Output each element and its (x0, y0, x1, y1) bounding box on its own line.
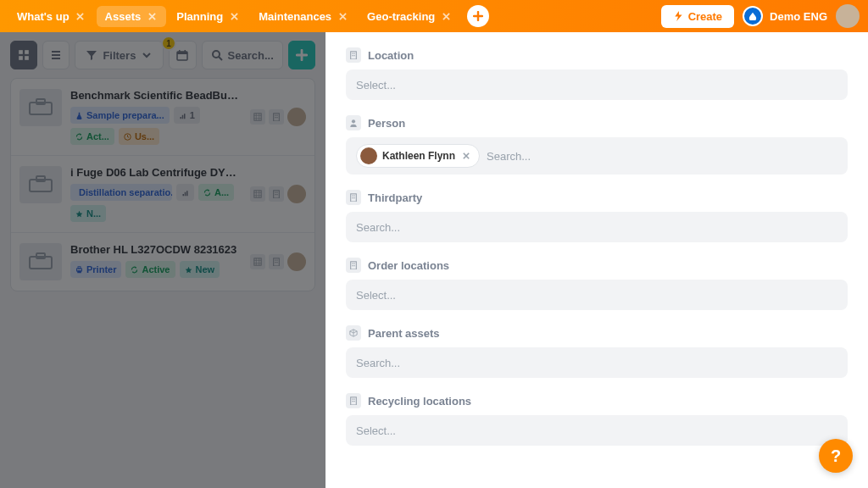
pill-label: Kathleen Flynn (382, 150, 455, 162)
field-label: Person (346, 115, 848, 130)
tab-label: What's up (17, 10, 70, 23)
field-label: Location (346, 47, 848, 63)
building-icon (346, 393, 361, 408)
close-icon[interactable] (75, 10, 86, 22)
field-text-input[interactable] (356, 79, 837, 92)
create-label: Create (688, 10, 722, 23)
tab-planning[interactable]: Planning (168, 6, 248, 27)
workspace-badge-icon (743, 6, 763, 26)
field-label: Thirdparty (346, 190, 848, 205)
asset-list-pane: Filters 1 Search... Benchmark Scientific… (0, 32, 326, 488)
tab-label: Geo-tracking (367, 10, 435, 23)
tab-maintenances[interactable]: Maintenances (250, 6, 357, 27)
field-person: PersonKathleen Flynn (346, 115, 848, 175)
field-input[interactable] (346, 69, 848, 100)
close-icon[interactable] (337, 10, 348, 22)
person-pill[interactable]: Kathleen Flynn (356, 144, 480, 168)
field-text-input[interactable] (356, 221, 837, 234)
create-button[interactable]: Create (661, 5, 734, 28)
field-text-input[interactable] (356, 289, 837, 302)
modal-backdrop[interactable] (0, 32, 326, 488)
field-text-input[interactable] (356, 424, 837, 437)
user-icon (346, 115, 361, 130)
tab-label: Assets (105, 10, 142, 23)
tab-geo-tracking[interactable]: Geo-tracking (359, 6, 460, 27)
building-icon (346, 190, 361, 205)
app-header: What's upAssetsPlanningMaintenancesGeo-t… (0, 0, 868, 32)
tabs: What's upAssetsPlanningMaintenancesGeo-t… (8, 6, 460, 27)
tab-label: Planning (176, 10, 223, 23)
workspace-label: Demo ENG (770, 10, 827, 23)
bolt-icon (673, 11, 683, 21)
field-input[interactable] (346, 415, 848, 446)
field-parent_assets: Parent assets (346, 325, 848, 378)
field-label: Parent assets (346, 325, 848, 341)
building-icon (346, 258, 361, 273)
field-location: Location (346, 47, 848, 100)
close-icon[interactable] (146, 10, 158, 22)
field-text-input[interactable] (356, 357, 837, 369)
field-label: Order locations (346, 258, 848, 273)
field-input[interactable] (346, 212, 848, 242)
help-fab[interactable]: ? (819, 439, 853, 473)
tab-assets[interactable]: Assets (97, 6, 167, 27)
pill-avatar (360, 147, 377, 164)
field-order_locations: Order locations (346, 258, 848, 310)
field-label: Recycling locations (346, 393, 848, 408)
field-text-input[interactable] (487, 150, 837, 163)
field-thirdparty: Thirdparty (346, 190, 848, 242)
tab-add-button[interactable] (467, 5, 489, 27)
close-icon[interactable] (440, 10, 452, 22)
building-icon (346, 47, 361, 63)
field-input[interactable] (346, 280, 848, 310)
field-input[interactable]: Kathleen Flynn (346, 137, 848, 175)
workspace-switcher[interactable]: Demo ENG (743, 6, 827, 26)
tab-label: Maintenances (259, 10, 331, 23)
field-input[interactable] (346, 347, 848, 378)
tab-what-s-up[interactable]: What's up (8, 6, 95, 27)
remove-icon[interactable] (460, 150, 472, 162)
user-avatar[interactable] (836, 4, 860, 28)
filter-panel: LocationPersonKathleen FlynnThirdpartyOr… (326, 32, 868, 488)
close-icon[interactable] (228, 10, 240, 22)
cube-icon (346, 325, 361, 341)
field-recycling_locations: Recycling locations (346, 393, 848, 446)
